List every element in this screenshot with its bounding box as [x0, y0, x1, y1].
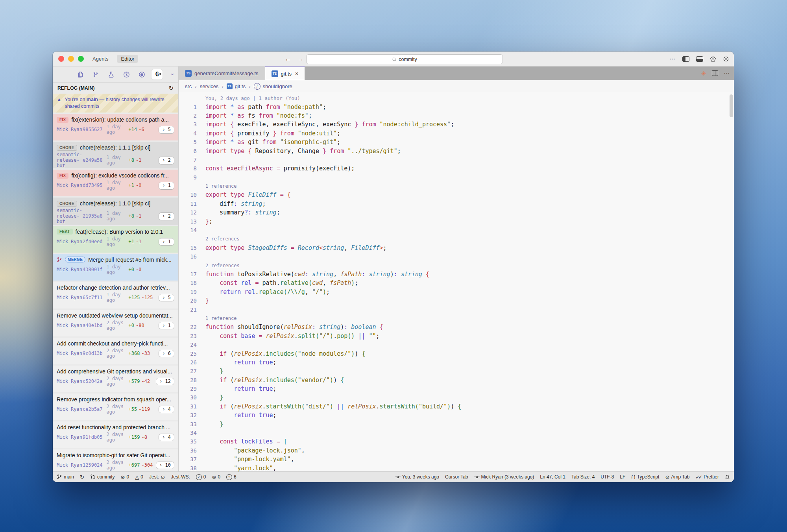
- repo-indicator[interactable]: commity: [90, 474, 115, 480]
- commit-card[interactable]: Remove progress indicator from squash op…: [53, 393, 178, 420]
- expand-files-button[interactable]: › 2: [159, 212, 174, 220]
- tab-close-icon[interactable]: ×: [295, 70, 298, 77]
- circle-slash-icon: ⊘: [665, 474, 669, 480]
- sidebar-tool-g-commit[interactable]: G: [151, 69, 163, 79]
- expand-files-button[interactable]: › 4: [159, 406, 174, 414]
- sidebar-tool-beaker[interactable]: [105, 69, 116, 79]
- zoom-button[interactable]: [78, 56, 84, 62]
- expand-files-button[interactable]: › 1: [159, 322, 174, 330]
- minimize-button[interactable]: [68, 56, 74, 62]
- forward-button[interactable]: →: [297, 55, 304, 63]
- status-label: commity: [97, 474, 115, 480]
- cursor-tab[interactable]: Cursor Tab: [445, 474, 468, 480]
- back-button[interactable]: ←: [285, 55, 291, 63]
- sidebar-tool-git-graph-circle[interactable]: [121, 69, 132, 79]
- commit-meta: Mick Ryan2f40eed1 day ago+1-1› 1: [57, 236, 174, 248]
- warning-triangle-icon: △: [135, 474, 139, 480]
- commit-card[interactable]: Remove outdated webview setup documentat…: [53, 310, 178, 336]
- amp-star-icon[interactable]: ✳: [701, 70, 706, 77]
- commit-diff: +55-119: [129, 407, 150, 412]
- commit-card[interactable]: CHOREchore(release): 1.1.0 [skip ci]sema…: [53, 198, 178, 224]
- notifications-bell[interactable]: [725, 475, 730, 480]
- breadcrumb-item-git-ts[interactable]: TSgit.ts: [227, 83, 246, 89]
- deletions: -119: [139, 406, 150, 412]
- expand-files-button[interactable]: › 10: [156, 462, 174, 469]
- commit-title: fix(extension): update codicons path a..…: [71, 116, 168, 123]
- tab-size[interactable]: Tab Size: 4: [571, 474, 595, 480]
- jest-status[interactable]: Jest:⊙: [149, 474, 165, 480]
- breadcrumb-item-src[interactable]: src: [185, 83, 192, 89]
- code-text: return true;: [205, 385, 277, 392]
- panel-left-toggle-icon[interactable]: [682, 56, 689, 62]
- cursor-position[interactable]: Ln 47, Col 1: [540, 474, 565, 480]
- breadcrumb-item-shouldIgnore[interactable]: fshouldIgnore: [254, 83, 292, 90]
- errors-count[interactable]: ⊗0: [121, 474, 129, 480]
- codelens-line[interactable]: 2 references: [179, 261, 734, 270]
- expand-files-button[interactable]: › 5: [159, 294, 174, 302]
- blame-you[interactable]: You, 3 weeks ago: [395, 474, 439, 480]
- editor-tab[interactable]: Editor: [117, 55, 138, 63]
- status-label: 0: [203, 474, 206, 480]
- expand-files-button[interactable]: › 2: [159, 157, 174, 164]
- codelens-line[interactable]: 1 reference: [179, 182, 734, 190]
- file-tab-git-ts[interactable]: TSgit.ts×: [265, 66, 305, 80]
- expand-files-button[interactable]: › 1: [159, 238, 174, 246]
- git-graph-circle-icon: [123, 71, 130, 78]
- beaker-icon: [108, 71, 115, 78]
- gear-icon[interactable]: [723, 56, 729, 62]
- encoding[interactable]: UTF-8: [600, 474, 614, 480]
- expand-files-button[interactable]: › 5: [159, 126, 174, 134]
- expand-files-button[interactable]: › 4: [159, 434, 174, 441]
- commit-author: Mick Ryan: [57, 239, 83, 245]
- commit-card[interactable]: MERGEMerge pull request #5 from mick...M…: [53, 254, 178, 281]
- commit-card[interactable]: FIXfix(extension): update codicons path …: [53, 114, 178, 140]
- commit-card[interactable]: Refactor change detection and author ret…: [53, 282, 178, 308]
- blame-author[interactable]: Mick Ryan (3 weeks ago): [474, 474, 534, 480]
- expand-files-button[interactable]: › 6: [159, 350, 174, 358]
- search-input[interactable]: commity: [306, 54, 503, 64]
- commit-author: Mick Ryan: [57, 379, 83, 384]
- commit-meta: Mick Ryana40e1bd2 days ago+0-80› 1: [57, 320, 174, 331]
- editor-more-icon[interactable]: ⋯: [724, 70, 730, 77]
- panel-bottom-toggle-icon[interactable]: [696, 56, 703, 62]
- code-editor[interactable]: You, 2 days ago | 1 author (You)1import …: [179, 92, 734, 471]
- commit-card[interactable]: FIXfix(config): exclude vscode codicons …: [53, 170, 178, 196]
- commit-card[interactable]: CHOREchore(release): 1.1.1 [skip ci]sema…: [53, 142, 178, 168]
- sidebar-tool-github[interactable]: [136, 69, 147, 79]
- pentagon-shield-icon[interactable]: [710, 56, 716, 62]
- jest-ws-pending[interactable]: ?6: [226, 474, 236, 480]
- commit-card[interactable]: Add comprehensive Git operations and vis…: [53, 366, 178, 392]
- codelens-line[interactable]: 2 references: [179, 235, 734, 243]
- commit-card[interactable]: Migrate to isomorphic-git for safer Git …: [53, 449, 178, 471]
- commit-time: 1 day ago: [107, 236, 129, 248]
- codelens-line[interactable]: 1 reference: [179, 314, 734, 323]
- refresh-icon[interactable]: ↻: [168, 85, 174, 92]
- prettier[interactable]: ✓✓Prettier: [696, 474, 719, 480]
- warnings-count[interactable]: △0: [135, 474, 143, 480]
- branch-indicator[interactable]: main: [57, 474, 74, 480]
- sync-button[interactable]: ↻: [80, 474, 84, 480]
- commit-card[interactable]: Add reset functionality and protected br…: [53, 421, 178, 448]
- close-button[interactable]: [58, 56, 64, 62]
- code-line: 5import * as git from "isomorphic-git";: [179, 138, 734, 146]
- commit-card[interactable]: Add commit checkout and cherry-pick func…: [53, 338, 178, 364]
- language-mode[interactable]: { }TypeScript: [631, 474, 659, 480]
- commit-card[interactable]: FEATfeat(release): Bump version to 2.0.1…: [53, 226, 178, 253]
- expand-files-button[interactable]: › 12: [156, 378, 174, 386]
- jest-ws-pass[interactable]: ✓0: [196, 474, 206, 480]
- amp-tab[interactable]: ⊘Amp Tab: [665, 474, 689, 480]
- eol[interactable]: LF: [620, 474, 625, 480]
- split-editor-icon[interactable]: [712, 70, 718, 76]
- scrollbar-thumb[interactable]: [730, 94, 733, 117]
- expand-files-button[interactable]: › 1: [159, 182, 174, 190]
- breadcrumb-item-services[interactable]: services: [200, 83, 219, 89]
- sidebar-tool-chevron-down[interactable]: ⌄: [167, 69, 178, 79]
- jest-ws-label[interactable]: Jest-WS:: [171, 474, 190, 480]
- sidebar-tool-git-branch[interactable]: [90, 69, 101, 79]
- file-tab-generateCommitMessage-ts[interactable]: TSgenerateCommitMessage.ts: [179, 66, 265, 80]
- sidebar-tool-files[interactable]: [75, 69, 86, 79]
- deletions: -42: [141, 379, 150, 384]
- more-ellipsis-icon[interactable]: ⋯: [669, 55, 676, 63]
- agents-tab[interactable]: Agents: [92, 56, 108, 62]
- jest-ws-fail[interactable]: ⊗0: [212, 474, 220, 480]
